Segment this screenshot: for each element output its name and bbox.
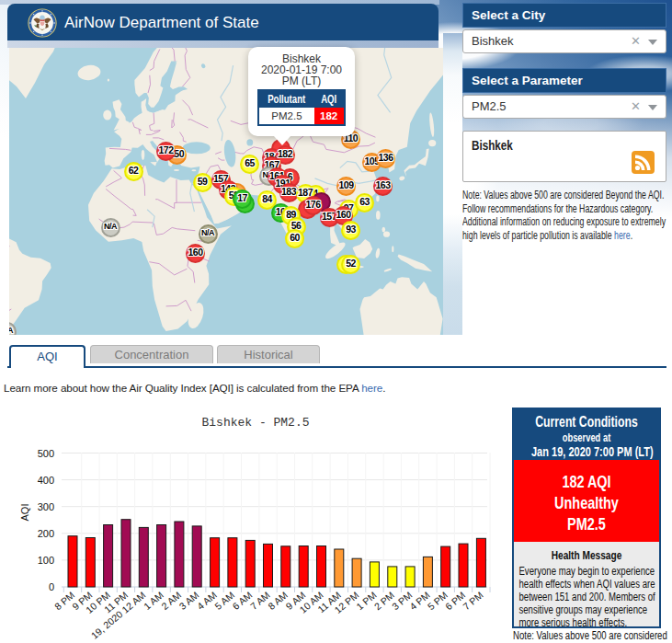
svg-text:300: 300 [38,501,54,512]
svg-text:200: 200 [38,528,54,539]
svg-text:0: 0 [49,581,54,592]
svg-text:7 PM: 7 PM [461,589,484,612]
svg-text:Bishkek - PM2.5: Bishkek - PM2.5 [201,416,309,430]
svg-text:100: 100 [38,555,54,566]
svg-text:400: 400 [38,475,54,486]
svg-text:AQI: AQI [19,504,30,522]
svg-text:500: 500 [38,448,54,459]
